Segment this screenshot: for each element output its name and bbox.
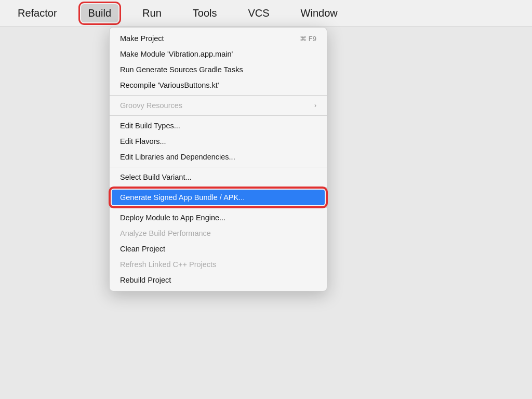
menu-item[interactable]: Edit Build Types...	[110, 118, 327, 134]
menu-item-label: Edit Build Types...	[120, 122, 180, 130]
menu-item-label: Run Generate Sources Gradle Tasks	[120, 65, 243, 74]
menu-item: Refresh Linked C++ Projects	[110, 257, 327, 272]
menu-item-label: Generate Signed App Bundle / APK...	[120, 193, 245, 202]
menu-item[interactable]: Select Build Variant...	[110, 169, 327, 185]
menu-item-label: Select Build Variant...	[120, 173, 192, 181]
dropdown-menu: Make Project⌘ F9Make Module 'Vibration.a…	[109, 27, 327, 291]
menu-item-label: Deploy Module to App Engine...	[120, 214, 225, 222]
menu-item[interactable]: Make Module 'Vibration.app.main'	[110, 46, 327, 62]
menu-item-label: Rebuild Project	[120, 276, 171, 284]
menu-item[interactable]: Generate Signed App Bundle / APK...	[112, 190, 325, 205]
menu-item[interactable]: Run Generate Sources Gradle Tasks	[110, 62, 327, 77]
menu-divider	[110, 207, 327, 208]
menu-item-label: Make Module 'Vibration.app.main'	[120, 50, 233, 58]
menubar-item-run[interactable]: Run	[135, 4, 169, 22]
menu-item[interactable]: Edit Flavors...	[110, 134, 327, 149]
menu-divider	[110, 95, 327, 96]
menubar-item-tools[interactable]: Tools	[185, 4, 224, 22]
menu-item-label: Edit Libraries and Dependencies...	[120, 153, 235, 161]
menubar: Refactor Build Run Tools VCS Window	[0, 0, 532, 27]
menu-divider	[110, 167, 327, 167]
menu-item: Analyze Build Performance	[110, 225, 327, 241]
menu-item[interactable]: Edit Libraries and Dependencies...	[110, 149, 327, 165]
build-dropdown: Make Project⌘ F9Make Module 'Vibration.a…	[109, 27, 327, 291]
menu-item-label: Edit Flavors...	[120, 137, 166, 145]
menu-item-label: Clean Project	[120, 245, 165, 253]
menubar-item-vcs[interactable]: VCS	[241, 4, 276, 22]
menu-item[interactable]: Make Project⌘ F9	[110, 31, 327, 46]
menu-item-label: Recompile 'VariousButtons.kt'	[120, 81, 219, 89]
menu-divider	[110, 187, 327, 188]
menubar-item-refactor[interactable]: Refactor	[10, 4, 64, 22]
chevron-right-icon: ›	[314, 102, 316, 109]
menu-item-label: Groovy Resources	[120, 101, 182, 110]
menu-item-label: Refresh Linked C++ Projects	[120, 260, 216, 269]
menu-item-shortcut: ⌘ F9	[300, 35, 316, 43]
menu-item[interactable]: Recompile 'VariousButtons.kt'	[110, 77, 327, 93]
menu-item-label: Analyze Build Performance	[120, 229, 211, 237]
menu-item[interactable]: Deploy Module to App Engine...	[110, 210, 327, 225]
menubar-item-build[interactable]: Build	[81, 4, 118, 22]
menubar-item-window[interactable]: Window	[294, 4, 345, 22]
menu-item-label: Make Project	[120, 34, 164, 43]
menu-divider	[110, 115, 327, 116]
menu-item[interactable]: Rebuild Project	[110, 272, 327, 288]
menu-item: Groovy Resources›	[110, 98, 327, 113]
menu-item[interactable]: Clean Project	[110, 241, 327, 257]
